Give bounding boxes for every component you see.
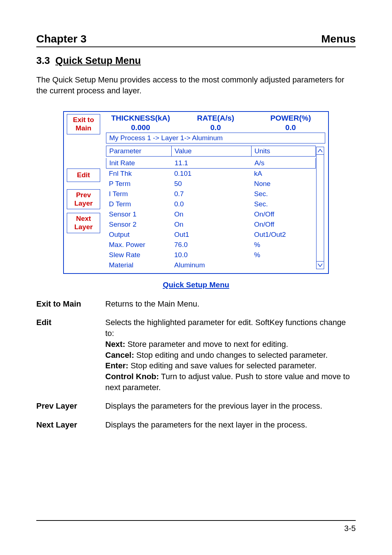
softkey-exit-to-main[interactable]: Exit to Main	[67, 114, 100, 134]
table-row[interactable]: Sensor 2OnOn/Off	[106, 219, 316, 230]
page-number: 3-5	[344, 524, 356, 533]
edit-enter-label: Enter:	[105, 361, 128, 370]
chapter-label: Chapter 3	[36, 33, 86, 45]
cell-parameter: Material	[106, 261, 171, 269]
cell-value: 0.0	[171, 200, 251, 208]
cell-parameter: Max. Power	[106, 241, 171, 249]
section-name: Quick Setup Menu	[56, 55, 141, 66]
table-row[interactable]: Max. Power76.0%	[106, 240, 316, 250]
table-row[interactable]: Fnl Thk0.101kA	[106, 169, 316, 179]
desc-exit: Exit to Main Returns to the Main Menu.	[36, 299, 356, 309]
power-label: POWER(%)	[270, 114, 311, 122]
softkey-next-layer[interactable]: Next Layer	[67, 213, 100, 233]
table-row[interactable]: Slew Rate10.0%	[106, 250, 316, 260]
table-row[interactable]: Init Rate11.1A/s	[106, 158, 316, 169]
section-title: 3.3 Quick Setup Menu	[36, 55, 356, 66]
cell-parameter: Init Rate	[106, 159, 172, 167]
cell-units: A/s	[252, 159, 315, 167]
cell-units: Sec.	[251, 190, 316, 198]
cell-parameter: Sensor 2	[106, 220, 171, 228]
table-row[interactable]: P Term50None	[106, 179, 316, 189]
chapter-title: Menus	[321, 33, 356, 45]
thickness-value: 0.000	[131, 123, 150, 131]
table-header: Parameter Value Units	[106, 146, 316, 157]
diagram-caption: Quick Setup Menu	[36, 280, 356, 289]
cell-units: On/Off	[251, 220, 316, 228]
cell-parameter: P Term	[106, 180, 171, 188]
cell-parameter: Output	[106, 231, 171, 239]
edit-cancel-label: Cancel:	[105, 351, 134, 360]
desc-def: Displays the parameters for the previous…	[105, 401, 356, 412]
edit-enter-text: Stop editing and save values for selecte…	[128, 361, 317, 370]
cell-units: On/Off	[251, 210, 316, 218]
table-row[interactable]: Sensor 1OnOn/Off	[106, 209, 316, 219]
rate-label: RATE(A/s)	[197, 114, 234, 122]
header-parameter: Parameter	[106, 146, 172, 156]
cell-units: %	[251, 251, 316, 259]
cell-units: %	[251, 241, 316, 249]
desc-term: Prev Layer	[36, 401, 105, 412]
cell-value: 11.1	[172, 159, 252, 167]
page-footer: 3-5	[36, 520, 356, 533]
table-row[interactable]: OutputOut1Out1/Out2	[106, 230, 316, 240]
desc-edit: Edit Selects the highlighted parameter f…	[36, 317, 356, 393]
table-row[interactable]: I Term0.7Sec.	[106, 189, 316, 199]
cell-units: None	[251, 180, 316, 188]
desc-term: Exit to Main	[36, 299, 105, 309]
scroll-up-icon[interactable]	[316, 147, 324, 155]
cell-value: 50	[171, 180, 251, 188]
panel: THICKNESS(kA) 0.000 RATE(A/s) 0.0 POWER(…	[103, 112, 328, 273]
cell-units	[251, 261, 316, 269]
readout-rate: RATE(A/s) 0.0	[178, 113, 253, 131]
intro-text: The Quick Setup Menu provides access to …	[36, 74, 356, 96]
cell-units: Sec.	[251, 200, 316, 208]
rate-value: 0.0	[210, 123, 221, 131]
softkey-prev-layer[interactable]: Prev Layer	[67, 189, 100, 210]
chapter-header: Chapter 3 Menus	[36, 33, 356, 47]
desc-def: Displays the parameters for the next lay…	[105, 420, 356, 430]
desc-term: Next Layer	[36, 420, 105, 430]
breadcrumb: My Process 1 -> Layer 1-> Aluminum	[106, 133, 325, 143]
cell-parameter: I Term	[106, 190, 171, 198]
cell-value: 10.0	[171, 251, 251, 259]
scroll-down-icon[interactable]	[316, 261, 324, 269]
readout-power: POWER(%) 0.0	[253, 113, 328, 131]
cell-value: 0.7	[171, 190, 251, 198]
softkey-edit[interactable]: Edit	[67, 169, 100, 182]
softkey-column: Exit to Main Edit Prev Layer Next Layer	[64, 112, 103, 273]
table-body: Init Rate11.1A/sFnl Thk0.101kAP Term50No…	[106, 157, 316, 270]
desc-prev-layer: Prev Layer Displays the parameters for t…	[36, 401, 356, 412]
cell-parameter: Slew Rate	[106, 251, 171, 259]
desc-def: Returns to the Main Menu.	[105, 299, 356, 309]
desc-def: Selects the highlighted parameter for ed…	[105, 317, 356, 393]
cell-value: Aluminum	[171, 261, 251, 269]
header-units: Units	[252, 146, 315, 156]
readouts: THICKNESS(kA) 0.000 RATE(A/s) 0.0 POWER(…	[103, 112, 328, 132]
table-row[interactable]: D Term0.0Sec.	[106, 199, 316, 209]
cell-value: On	[171, 210, 251, 218]
readout-thickness: THICKNESS(kA) 0.000	[103, 113, 178, 131]
cell-parameter: Fnl Thk	[106, 170, 171, 178]
table-row[interactable]: MaterialAluminum	[106, 260, 316, 270]
thickness-label: THICKNESS(kA)	[111, 114, 170, 122]
section-number: 3.3	[36, 55, 50, 66]
cell-value: Out1	[171, 231, 251, 239]
edit-next-text: Store parameter and move to next for edi…	[125, 340, 288, 349]
cell-value: 0.101	[171, 170, 251, 178]
cell-parameter: D Term	[106, 200, 171, 208]
cell-value: On	[171, 220, 251, 228]
desc-next-layer: Next Layer Displays the parameters for t…	[36, 420, 356, 430]
cell-value: 76.0	[171, 241, 251, 249]
edit-lead: Selects the highlighted parameter for ed…	[105, 318, 346, 338]
scrollbar[interactable]	[316, 146, 325, 270]
edit-cancel-text: Stop editing and undo changes to selecte…	[134, 351, 327, 360]
edit-next-label: Next:	[105, 340, 125, 349]
header-value: Value	[172, 146, 252, 156]
cell-units: Out1/Out2	[251, 231, 316, 239]
cell-parameter: Sensor 1	[106, 210, 171, 218]
cell-units: kA	[251, 170, 316, 178]
scroll-track[interactable]	[316, 155, 324, 261]
edit-knob-label: Control Knob:	[105, 372, 159, 381]
power-value: 0.0	[285, 123, 296, 131]
quick-setup-diagram: Exit to Main Edit Prev Layer Next Layer …	[63, 111, 329, 274]
